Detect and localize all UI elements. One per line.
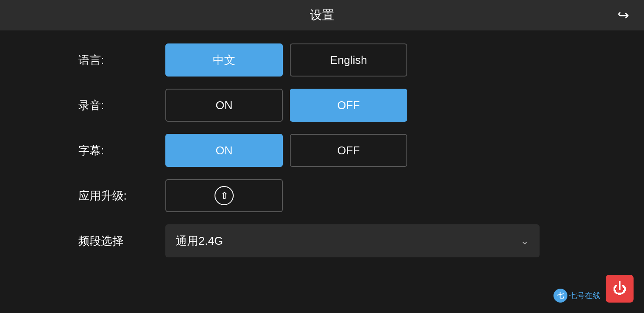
subtitle-label: 字幕: xyxy=(78,143,165,158)
back-icon: ↩ xyxy=(617,7,629,23)
recording-off-button[interactable]: OFF xyxy=(290,89,407,122)
language-en-button[interactable]: English xyxy=(290,43,407,77)
power-icon: ⏻ xyxy=(613,281,627,297)
header: 设置 ↩ xyxy=(0,0,644,30)
language-btn-group: 中文 English xyxy=(165,43,407,77)
subtitle-off-button[interactable]: OFF xyxy=(290,134,407,167)
chevron-down-icon: ⌄ xyxy=(520,235,529,247)
recording-label: 录音: xyxy=(78,98,165,113)
recording-btn-group: ON OFF xyxy=(165,89,407,122)
upload-icon: ⇧ xyxy=(215,186,234,205)
frequency-label: 频段选择 xyxy=(78,233,165,249)
recording-on-button[interactable]: ON xyxy=(165,89,283,122)
language-label: 语言: xyxy=(78,53,165,68)
frequency-row: 频段选择 通用2.4G ⌄ xyxy=(78,224,644,257)
language-row: 语言: 中文 English xyxy=(78,43,644,77)
upgrade-btn-group: ⇧ xyxy=(165,179,283,212)
recording-row: 录音: ON OFF xyxy=(78,89,644,122)
settings-content: 语言: 中文 English 录音: ON OFF 字幕: ON xyxy=(0,30,644,283)
back-button[interactable]: ↩ xyxy=(613,5,634,26)
subtitle-on-button[interactable]: ON xyxy=(165,134,283,167)
subtitle-row: 字幕: ON OFF xyxy=(78,134,644,167)
watermark-circle: 七 xyxy=(553,289,567,303)
frequency-selected-value: 通用2.4G xyxy=(176,233,223,249)
upgrade-label: 应用升级: xyxy=(78,188,165,203)
page-title: 设置 xyxy=(310,7,334,23)
power-button[interactable]: ⏻ xyxy=(606,275,634,303)
language-zh-button[interactable]: 中文 xyxy=(165,43,283,77)
upgrade-row: 应用升级: ⇧ xyxy=(78,179,644,212)
watermark: 七 七号在线 xyxy=(553,289,600,303)
upgrade-upload-button[interactable]: ⇧ xyxy=(165,179,283,212)
subtitle-btn-group: ON OFF xyxy=(165,134,407,167)
watermark-text: 七号在线 xyxy=(569,290,600,301)
frequency-dropdown[interactable]: 通用2.4G ⌄ xyxy=(165,224,540,257)
